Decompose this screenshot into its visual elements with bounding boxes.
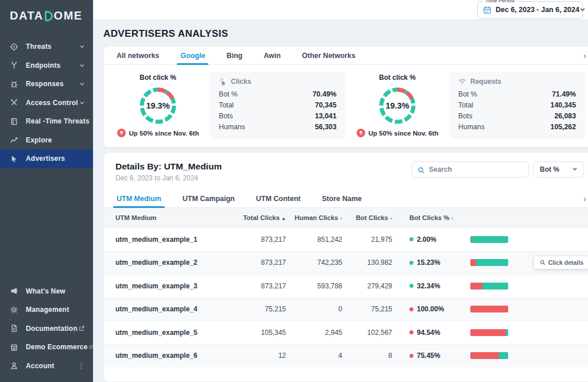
stat-value: 140,345 — [551, 100, 576, 111]
stat-label: Humans — [219, 122, 245, 133]
search-box[interactable] — [412, 161, 529, 178]
sidebar-item-label: Documentation — [26, 325, 78, 333]
detail-tabs: UTM Medium UTM Campaign UTM Content Stor… — [104, 190, 588, 208]
trend-up-icon — [357, 129, 365, 137]
sidebar-item-label: Management — [26, 306, 69, 314]
trend-text: Up 50% since Nov. 6th — [129, 130, 199, 137]
stat-label: Bots — [219, 111, 233, 122]
tab-google[interactable]: Google — [179, 47, 206, 64]
sidebar-item-label: Explore — [26, 136, 52, 144]
topbar: Time Period Dec 6, 2023 - Jan 6, 2024 — [93, 0, 588, 20]
panel-title: Requests — [470, 78, 501, 86]
bot-ratio-bar — [470, 352, 508, 359]
cursor-icon — [10, 155, 18, 163]
table-header: UTM Medium Total Clicks▲ Human Clicks▾ B… — [104, 208, 588, 227]
sidebar-item-real-time-threats[interactable]: Real -Time Threats — [0, 112, 93, 131]
sidebar-item-label: Demo Ecommerce — [26, 343, 88, 351]
bug-icon — [10, 80, 18, 88]
sidebar-item-demo-ecommerce[interactable]: Demo Ecommerce — [0, 338, 93, 357]
stat-row: Bot %70.49% — [219, 89, 336, 100]
click-details-button[interactable]: Click details — [533, 256, 588, 269]
details-title: Details By: UTM_Medium — [115, 161, 222, 172]
tab-utm-medium[interactable]: UTM Medium — [115, 190, 163, 207]
sidebar-nav: Threats Endpoints Responses Access Contr… — [0, 37, 93, 168]
sidebar-item-endpoints[interactable]: Endpoints — [0, 56, 93, 75]
tab-bing[interactable]: Bing — [225, 47, 243, 64]
sort-dropdown-value: Bot % — [540, 165, 559, 173]
chevron-down-icon — [79, 63, 85, 68]
stats-row: Bot click % 19.3% Up 50% since Nov. 6th — [104, 65, 588, 147]
tab-all-networks[interactable]: All networks — [115, 47, 160, 64]
col-total-clicks[interactable]: Total Clicks▲ — [230, 214, 286, 221]
sidebar-item-threats[interactable]: Threats — [0, 37, 93, 56]
sidebar-item-label: Real -Time Threats — [26, 117, 90, 125]
table-row[interactable]: utm_medium_example_3 873,217 593,788 279… — [104, 274, 588, 298]
search-icon — [417, 166, 425, 173]
utm-medium-value: utm_medium_example_3 — [115, 282, 230, 290]
time-period-selector[interactable]: Time Period Dec 6, 2023 - Jan 6, 2024 — [477, 1, 583, 19]
details-date-range: Dec 6, 2023 to Jan 6, 2024 — [115, 174, 222, 182]
status-dot — [409, 284, 413, 288]
stat-value: 70,345 — [315, 100, 336, 111]
logo-text-prefix: DATA — [10, 9, 44, 22]
table-row[interactable]: utm_medium_example_5 105,345 2,945 102,5… — [104, 321, 588, 344]
table-row[interactable]: utm_medium_example_1 873,217 851,242 21,… — [104, 227, 588, 251]
bar-human — [476, 259, 508, 266]
sidebar: DATAOME Threats Endpoints Responses Acce… — [0, 0, 93, 382]
trend-text: Up 50% since Nov. 6th — [369, 130, 439, 137]
sort-dropdown[interactable]: Bot % — [533, 161, 584, 178]
tabs-scroll-right-icon[interactable]: › — [579, 47, 588, 64]
chevron-down-icon — [79, 100, 85, 106]
sidebar-item-advertisers[interactable]: Advertisers — [0, 149, 93, 168]
tabs-scroll-right-icon[interactable]: › — [579, 190, 588, 207]
external-link-icon — [78, 325, 85, 332]
utm-medium-value: utm_medium_example_2 — [115, 258, 230, 267]
tab-awin[interactable]: Awin — [262, 47, 282, 64]
sidebar-item-responses[interactable]: Responses — [0, 75, 93, 94]
table-row[interactable]: utm_medium_example_6 12 4 8 75.45% — [104, 344, 588, 368]
status-dot — [409, 237, 413, 241]
sidebar-item-explore[interactable]: Explore — [0, 131, 93, 150]
col-bot-clicks[interactable]: Bot Clicks▾ — [342, 214, 392, 221]
sidebar-item-account[interactable]: Account ⋮ — [0, 357, 93, 376]
tab-store-name[interactable]: Store Name — [321, 190, 363, 207]
dots-vertical-icon[interactable]: ⋮ — [78, 362, 85, 369]
bar-bot — [470, 329, 506, 336]
stat-label: Bot % — [219, 89, 238, 100]
sidebar-item-management[interactable]: Management — [0, 300, 93, 319]
tab-other-networks[interactable]: Other Networks — [301, 47, 357, 64]
sidebar-item-whats-new[interactable]: What's New — [0, 282, 93, 301]
col-human-clicks[interactable]: Human Clicks▾ — [286, 214, 342, 221]
col-bot-clicks-pct[interactable]: Bot Clicks %▾ — [392, 214, 452, 221]
stat-row: Bot %71.49% — [458, 89, 576, 100]
endpoints-icon — [10, 61, 18, 70]
sidebar-item-label: Account — [26, 362, 54, 370]
sidebar-item-label: Endpoints — [26, 61, 60, 70]
page-title: ADVERTISERS ANALYSIS — [103, 28, 588, 40]
table-body: utm_medium_example_1 873,217 851,242 21,… — [104, 227, 588, 367]
tab-utm-campaign[interactable]: UTM Campaign — [181, 190, 236, 207]
bar-bot — [470, 283, 482, 290]
sidebar-item-documentation[interactable]: Documentation — [0, 319, 93, 338]
tools-icon — [10, 98, 18, 107]
stat-value: 56,303 — [315, 122, 336, 133]
stat-row: Total140,345 — [458, 100, 576, 111]
page-content: ADVERTISERS ANALYSIS All networks Google… — [93, 20, 588, 382]
donut-trend-note: Up 50% since Nov. 6th — [112, 129, 204, 137]
bot-click-donut-chart: 19.3% — [377, 85, 418, 126]
store-icon — [10, 343, 18, 352]
person-icon — [10, 361, 18, 370]
search-input[interactable] — [429, 165, 523, 173]
stat-label: Bots — [458, 111, 473, 122]
sort-icon: ▾ — [451, 216, 454, 221]
logo-d-icon — [45, 11, 53, 21]
bar-human — [499, 352, 508, 359]
tab-utm-content[interactable]: UTM Content — [255, 190, 302, 207]
stat-row: Humans105,262 — [458, 122, 576, 133]
networks-analysis-card: All networks Google Bing Awin Other Netw… — [103, 46, 588, 148]
sidebar-item-access-control[interactable]: Access Control — [0, 94, 93, 113]
details-card: Details By: UTM_Medium Dec 6, 2023 to Ja… — [103, 152, 588, 382]
table-row[interactable]: utm_medium_example_2 873,217 742,235 130… — [104, 251, 588, 275]
search-icon — [540, 260, 546, 265]
table-row[interactable]: utm_medium_example_4 75,215 0 75,215 100… — [104, 298, 588, 321]
